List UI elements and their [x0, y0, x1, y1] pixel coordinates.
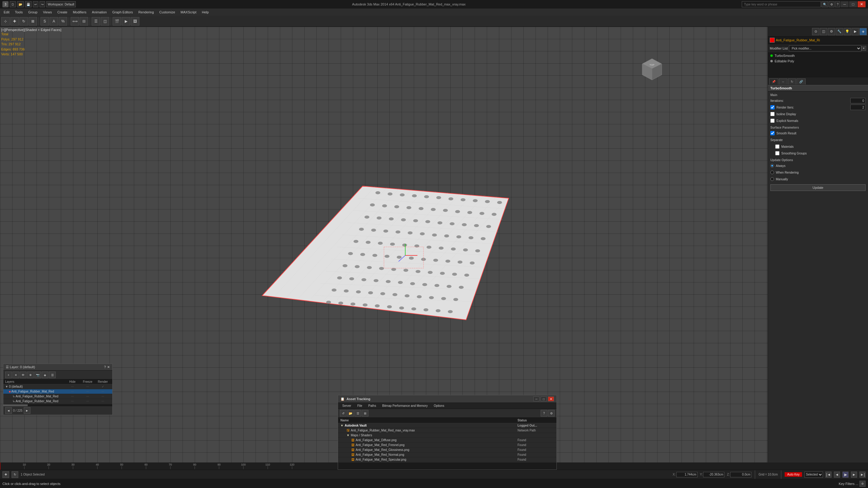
- tab-pin[interactable]: 📌: [769, 78, 778, 85]
- layer-scrollbar[interactable]: [3, 404, 28, 406]
- asset-row-fresnel[interactable]: 🖼 Anti_Fatigue_Mat_Red_Fresnel.png Found: [338, 443, 556, 448]
- tab-link[interactable]: 🔗: [797, 78, 806, 85]
- layer-delete-btn[interactable]: ✕: [12, 371, 19, 378]
- panel-icon-modify[interactable]: ◈: [860, 28, 867, 35]
- object-color-swatch[interactable]: [770, 38, 775, 42]
- menu-graph-editors[interactable]: Graph Editors: [110, 10, 135, 14]
- panel-icon-2[interactable]: ◫: [820, 28, 827, 35]
- layer-prev-btn[interactable]: ◄: [5, 407, 12, 414]
- asset-tb-3[interactable]: ☰: [354, 410, 361, 417]
- manually-radio[interactable]: [770, 177, 774, 181]
- layer-hide-btn[interactable]: 👁: [20, 371, 27, 378]
- redo-btn[interactable]: ↪: [39, 1, 45, 7]
- layer-row-default[interactable]: ▼ 0 (default) ··· ··· ✓: [3, 384, 112, 389]
- modifier-dropdown[interactable]: Pick modifier...: [789, 45, 861, 52]
- layer-row-child-1[interactable]: ↳ Anti_Fatigue_Rubber_Mat_Red ··· ··· ··…: [3, 394, 112, 399]
- tb-snap[interactable]: S: [40, 17, 49, 26]
- tb-render[interactable]: ▶: [122, 17, 130, 26]
- search-btn[interactable]: 🔍: [822, 1, 828, 7]
- layer-select-btn[interactable]: ☰: [49, 371, 56, 378]
- modifier-editable-poly[interactable]: Editable Poly: [768, 58, 868, 64]
- tb-scale[interactable]: ⊠: [29, 17, 37, 26]
- tb-align[interactable]: ⊟: [80, 17, 88, 26]
- z-input[interactable]: [730, 472, 751, 477]
- asset-menu-bitmap[interactable]: Bitmap Performance and Memory: [379, 403, 431, 409]
- play-btn[interactable]: ▶: [842, 471, 848, 478]
- close-btn[interactable]: ✕: [858, 1, 866, 7]
- materials-checkbox[interactable]: [775, 144, 779, 149]
- menu-help[interactable]: Help: [199, 10, 212, 14]
- asset-menu-paths[interactable]: Paths: [365, 403, 379, 409]
- tb-percent[interactable]: %: [59, 17, 67, 26]
- panel-icon-6[interactable]: ▶: [851, 28, 859, 35]
- layer-add-btn[interactable]: +: [5, 371, 12, 378]
- layer-row-child-2[interactable]: ↳ Anti_Fatigue_Rubber_Mat_Red ··· ··· ··…: [3, 399, 112, 404]
- menu-create[interactable]: Create: [55, 10, 70, 14]
- panel-icon-3[interactable]: ⚙: [828, 28, 835, 35]
- tb-layer[interactable]: ◫: [101, 17, 109, 26]
- layer-scroll[interactable]: [3, 404, 112, 406]
- help-settings-btn[interactable]: ⚙: [829, 1, 835, 7]
- tab-move[interactable]: ↔: [779, 78, 787, 85]
- asset-tb-4[interactable]: ⊞: [362, 410, 368, 417]
- prev-frame-btn[interactable]: ◄: [834, 471, 840, 478]
- undo-btn[interactable]: ↩: [33, 1, 38, 7]
- open-btn[interactable]: 📂: [17, 1, 24, 7]
- tb-named-sel[interactable]: ☰: [92, 17, 100, 26]
- smoothing-groups-checkbox[interactable]: [775, 151, 779, 155]
- asset-row-diffuse[interactable]: 🖼 Anti_Fatigue_Mat_Diffuse.png Found: [338, 438, 556, 443]
- asset-row-autodesk-vault[interactable]: ▼ Autodesk Vault Logged Out...: [338, 423, 556, 428]
- asset-menu-options[interactable]: Options: [431, 403, 447, 409]
- play-end-btn[interactable]: ►|: [860, 471, 866, 478]
- layer-next-btn[interactable]: ►: [24, 407, 30, 414]
- menu-animation[interactable]: Animation: [89, 10, 109, 14]
- asset-menu-file[interactable]: File: [354, 403, 365, 409]
- asset-row-normal[interactable]: 🖼 Anti_Fatigue_Mat_Red_Normal.png Found: [338, 452, 556, 457]
- help-btn[interactable]: ?: [835, 1, 840, 7]
- render-iters-checkbox[interactable]: [770, 105, 775, 109]
- next-frame-btn[interactable]: ►: [851, 471, 857, 478]
- isoline-checkbox[interactable]: [770, 112, 775, 116]
- asset-row-glossiness[interactable]: 🖼 Anti_Fatigue_Mat_Red_Glossiness.png Fo…: [338, 448, 556, 452]
- nav-cube[interactable]: TOP: [640, 57, 664, 82]
- menu-maxscript[interactable]: MAXScript: [178, 10, 199, 14]
- panel-icon-5[interactable]: 💡: [844, 28, 851, 35]
- tb-move[interactable]: ✚: [10, 17, 19, 26]
- tb-angle[interactable]: A: [50, 17, 58, 26]
- modifier-turbosmooth[interactable]: TurboSmooth: [768, 53, 868, 58]
- layer-row-anti-fatigue[interactable]: ■ Anti_Fatigue_Rubber_Mat_Red ··· ··· ··…: [3, 389, 112, 394]
- tab-rotate[interactable]: ↻: [788, 78, 796, 85]
- status-move-icon[interactable]: ✚: [2, 471, 9, 478]
- asset-tb-settings[interactable]: ⚙: [548, 410, 555, 417]
- layer-render-btn[interactable]: 📷: [34, 371, 41, 378]
- maximize-btn[interactable]: □: [849, 1, 857, 7]
- smooth-result-checkbox[interactable]: [770, 131, 775, 135]
- panel-icon-4[interactable]: 🔧: [836, 28, 843, 35]
- menu-modifiers[interactable]: Modifiers: [70, 10, 89, 14]
- layer-current-btn[interactable]: ◈: [42, 371, 49, 378]
- render-iters-input[interactable]: [850, 105, 866, 110]
- layer-freeze-btn[interactable]: ❄: [27, 371, 34, 378]
- when-rendering-radio[interactable]: [770, 170, 774, 174]
- status-rotate-icon[interactable]: ↻: [11, 471, 18, 478]
- asset-menu-server[interactable]: Server: [339, 403, 354, 409]
- asset-close-btn[interactable]: ✕: [548, 396, 554, 401]
- asset-row-maps[interactable]: ▼ Maps / Shaders: [338, 433, 556, 438]
- workspace-btn[interactable]: Workspace: Default: [46, 1, 76, 7]
- asset-tb-2[interactable]: 📂: [347, 410, 354, 417]
- y-input[interactable]: [703, 472, 724, 477]
- menu-rendering[interactable]: Rendering: [136, 10, 156, 14]
- selected-dropdown[interactable]: Selected: [804, 471, 823, 478]
- panel-icon-1[interactable]: ⊙: [812, 28, 819, 35]
- asset-minimize-btn[interactable]: ─: [533, 396, 539, 401]
- iterations-input[interactable]: [850, 98, 866, 103]
- tb-render-frame[interactable]: 🖼: [131, 17, 140, 26]
- tb-mirror[interactable]: ⟺: [70, 17, 79, 26]
- new-btn[interactable]: 🗋: [10, 1, 16, 7]
- modifier-settings-btn[interactable]: ✕: [861, 46, 866, 51]
- play-start-btn[interactable]: |◄: [826, 471, 832, 478]
- tb-render-setup[interactable]: 🎬: [113, 17, 121, 26]
- tb-rotate[interactable]: ↻: [20, 17, 28, 26]
- search-input[interactable]: [742, 1, 821, 7]
- layer-panel-close-btn[interactable]: ✕: [107, 365, 110, 369]
